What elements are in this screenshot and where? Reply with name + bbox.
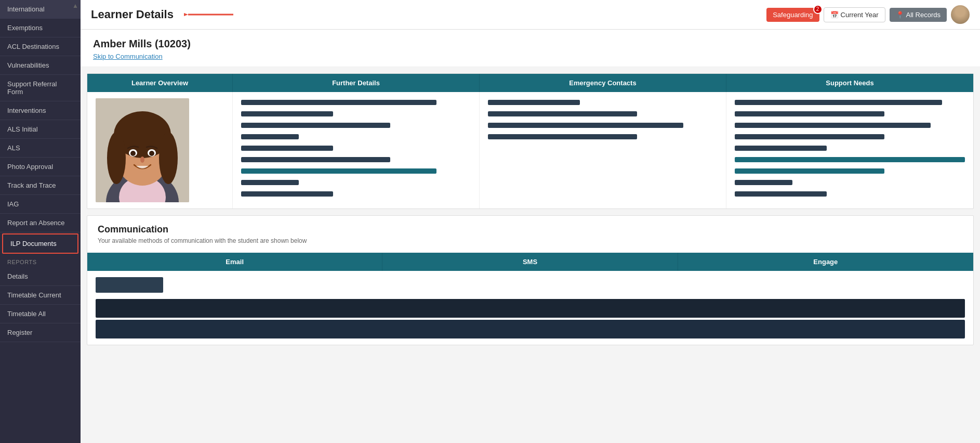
data-bar <box>735 157 965 162</box>
tab-emergency-contacts[interactable]: Emergency Contacts <box>480 74 726 92</box>
user-avatar[interactable] <box>951 5 970 24</box>
page-title: Learner Details <box>91 8 174 21</box>
further-details-cell <box>233 92 480 209</box>
data-bar <box>735 100 942 105</box>
sidebar-item-iag[interactable]: IAG <box>0 195 81 214</box>
svg-point-9 <box>159 132 178 184</box>
reports-section-label: REPORTS <box>0 255 81 267</box>
sidebar-item-als[interactable]: ALS <box>0 139 81 158</box>
comm-email-header[interactable]: Email <box>87 253 382 271</box>
sidebar-item-international[interactable]: International <box>0 0 81 19</box>
data-bar <box>241 134 299 139</box>
learner-photo-image <box>96 98 189 202</box>
data-bar <box>241 111 333 116</box>
sidebar-item-acl-destinations[interactable]: ACL Destinations <box>0 37 81 56</box>
communication-card: Communication Your available methods of … <box>87 215 974 345</box>
data-bar <box>488 123 683 128</box>
pin-icon: 📍 <box>896 11 904 19</box>
learner-name: Amber Mills (10203) <box>93 38 968 50</box>
data-bar <box>241 157 390 162</box>
data-bar <box>488 111 637 116</box>
communication-subtitle: Your available methods of communication … <box>98 237 963 244</box>
communication-title: Communication <box>98 224 963 235</box>
comm-engage-header[interactable]: Engage <box>678 253 973 271</box>
data-bar <box>735 123 931 128</box>
sidebar-item-vulnerabilities[interactable]: Vulnerabilities <box>0 56 81 75</box>
svg-point-14 <box>140 157 144 163</box>
sidebar-item-interventions[interactable]: Interventions <box>0 101 81 120</box>
safeguarding-button[interactable]: Safeguarding 2 <box>766 8 819 22</box>
tab-learner-overview[interactable]: Learner Overview <box>87 74 233 92</box>
data-bar <box>735 134 884 139</box>
tab-further-details[interactable]: Further Details <box>233 74 480 92</box>
learner-photo-cell <box>87 92 233 209</box>
data-bar <box>735 111 884 116</box>
learner-details-card: Learner Overview Further Details Emergen… <box>87 73 974 209</box>
svg-point-8 <box>107 132 126 184</box>
sidebar-item-timetable-current[interactable]: Timetable Current <box>0 286 81 305</box>
sidebar-item-photo-approval[interactable]: Photo Approval <box>0 158 81 176</box>
current-year-button[interactable]: 📅 Current Year <box>824 7 885 22</box>
sidebar-item-details[interactable]: Details <box>0 267 81 286</box>
data-bar <box>735 180 792 185</box>
data-bar <box>735 146 827 151</box>
skip-to-communication-link[interactable]: Skip to Communication <box>93 53 163 60</box>
sidebar-item-register[interactable]: Register <box>0 323 81 342</box>
details-grid-body <box>87 92 973 209</box>
sidebar-item-report-absence[interactable]: Report an Absence <box>0 214 81 232</box>
comm-dark-row-2 <box>96 320 965 338</box>
data-bar <box>241 146 333 151</box>
sidebar: ▲ International Exemptions ACL Destinati… <box>0 0 81 443</box>
comm-email-bar <box>96 277 163 293</box>
data-bar <box>488 134 637 139</box>
comm-sms-header[interactable]: SMS <box>382 253 678 271</box>
safeguarding-badge: 2 <box>813 5 823 14</box>
data-bar <box>241 180 299 185</box>
data-bar <box>735 168 884 174</box>
learner-header: Amber Mills (10203) Skip to Communicatio… <box>81 30 980 67</box>
communication-grid-header: Email SMS Engage <box>87 253 973 271</box>
header-arrow <box>184 10 236 19</box>
topbar: Learner Details Safeguarding 2 📅 Current… <box>81 0 980 30</box>
data-bar <box>488 100 580 105</box>
calendar-icon: 📅 <box>830 11 839 19</box>
avatar-image <box>951 5 970 24</box>
scroll-indicator: ▲ <box>72 2 78 9</box>
topbar-right: Safeguarding 2 📅 Current Year 📍 All Reco… <box>766 5 970 24</box>
content-area: Amber Mills (10203) Skip to Communicatio… <box>81 30 980 443</box>
tab-support-needs[interactable]: Support Needs <box>726 74 973 92</box>
data-bar <box>241 168 436 174</box>
topbar-left: Learner Details <box>91 8 236 21</box>
sidebar-item-exemptions[interactable]: Exemptions <box>0 19 81 37</box>
data-bar <box>735 191 827 197</box>
communication-header: Communication Your available methods of … <box>87 216 973 253</box>
emergency-contacts-cell <box>480 92 726 209</box>
data-bar <box>241 191 333 197</box>
details-grid-header: Learner Overview Further Details Emergen… <box>87 74 973 92</box>
sidebar-item-als-initial[interactable]: ALS Initial <box>0 120 81 139</box>
data-bar <box>241 123 390 128</box>
all-records-button[interactable]: 📍 All Records <box>890 8 947 22</box>
sidebar-item-support-referral-form[interactable]: Support Referral Form <box>0 75 81 101</box>
svg-point-13 <box>149 151 154 156</box>
svg-point-12 <box>130 151 136 156</box>
data-bar <box>241 100 436 105</box>
sidebar-item-ilp-documents[interactable]: ILP Documents <box>2 233 78 254</box>
comm-dark-row-1 <box>96 299 965 318</box>
communication-body <box>87 271 973 345</box>
sidebar-item-track-and-trace[interactable]: Track and Trace <box>0 176 81 195</box>
support-needs-cell <box>726 92 973 209</box>
learner-photo <box>96 98 189 202</box>
sidebar-item-timetable-all[interactable]: Timetable All <box>0 305 81 323</box>
main-content: Learner Details Safeguarding 2 📅 Current… <box>81 0 980 443</box>
